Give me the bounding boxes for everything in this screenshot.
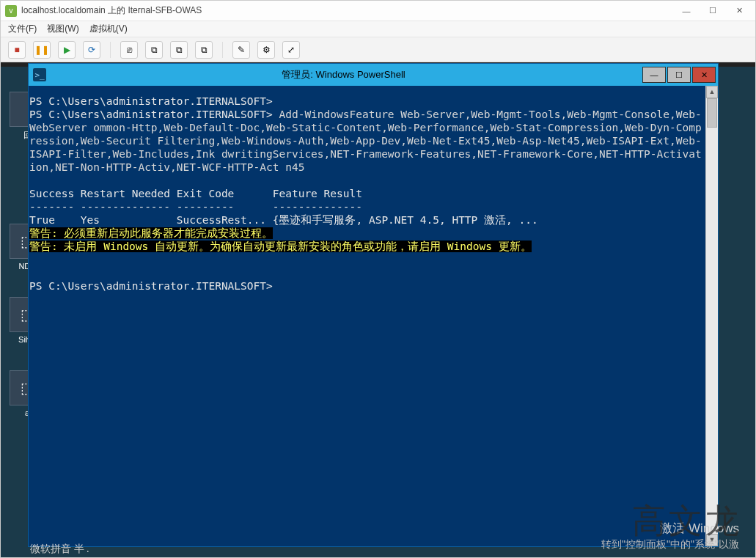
powershell-window: >_ 管理员: Windows PowerShell — ☐ ✕ PS C:\U… bbox=[29, 64, 718, 546]
vmware-window: v localhost.localdomain 上的 Iternal-SFB-O… bbox=[0, 0, 756, 558]
scroll-up-icon[interactable]: ▲ bbox=[706, 86, 718, 98]
ps-warning: 警告: 必须重新启动此服务器才能完成安装过程。 bbox=[29, 227, 273, 239]
ps-close-button[interactable]: ✕ bbox=[692, 67, 716, 83]
ps-maximize-button[interactable]: ☐ bbox=[667, 67, 691, 83]
ps-output-header: Success Restart Needed Exit Code Feature… bbox=[29, 188, 362, 199]
powershell-title: 管理员: Windows PowerShell bbox=[46, 68, 641, 81]
powershell-console[interactable]: PS C:\Users\administrator.ITERNALSOFT> P… bbox=[29, 86, 705, 546]
restart-icon[interactable]: ⟳ bbox=[83, 41, 100, 59]
ime-indicator: 微软拼音 半 . bbox=[30, 543, 89, 556]
close-button[interactable]: ✕ bbox=[726, 3, 752, 19]
snapshot-icon[interactable]: ⎚ bbox=[120, 41, 138, 59]
toolbar-separator bbox=[222, 42, 223, 58]
maximize-button[interactable]: ☐ bbox=[700, 3, 726, 19]
app-icon: v bbox=[5, 5, 17, 17]
ps-output-separator: ------- -------------- --------- -------… bbox=[29, 201, 362, 213]
ps-output-row: True Yes SuccessRest... {墨迹和手写服务, ASP.NE… bbox=[29, 214, 538, 226]
tool-icon-f[interactable]: ⤢ bbox=[282, 41, 300, 59]
ps-line: PS C:\Users\administrator.ITERNALSOFT> bbox=[29, 95, 273, 107]
play-icon[interactable]: ▶ bbox=[58, 41, 76, 59]
menu-file[interactable]: 文件(F) bbox=[8, 23, 37, 35]
ps-line: PS C:\Users\administrator.ITERNALSOFT> bbox=[29, 280, 273, 292]
powershell-titlebar[interactable]: >_ 管理员: Windows PowerShell — ☐ ✕ bbox=[29, 64, 718, 86]
menu-vm[interactable]: 虚拟机(V) bbox=[89, 23, 128, 35]
window-title: localhost.localdomain 上的 Iternal-SFB-OWA… bbox=[21, 4, 202, 17]
powershell-icon: >_ bbox=[33, 68, 46, 81]
tool-icon-a[interactable]: ⧉ bbox=[145, 41, 163, 59]
menubar: 文件(F) 视图(W) 虚拟机(V) bbox=[1, 21, 755, 37]
ps-line: PS C:\Users\administrator.ITERNALSOFT> bbox=[29, 109, 273, 120]
toolbar: ■ ❚❚ ▶ ⟳ ⎚ ⧉ ⧉ ⧉ ✎ ⚙ ⤢ bbox=[1, 37, 755, 62]
ps-warning: 警告: 未启用 Windows 自动更新。为确保自动更新最新安装的角色或功能，请… bbox=[29, 241, 532, 252]
stop-icon[interactable]: ■ bbox=[8, 41, 26, 59]
minimize-button[interactable]: — bbox=[673, 3, 700, 19]
scroll-down-icon[interactable]: ▼ bbox=[706, 534, 718, 546]
outer-titlebar: v localhost.localdomain 上的 Iternal-SFB-O… bbox=[1, 1, 755, 21]
tool-icon-e[interactable]: ⚙ bbox=[257, 41, 275, 59]
pause-icon[interactable]: ❚❚ bbox=[33, 41, 51, 59]
ps-minimize-button[interactable]: — bbox=[642, 67, 666, 83]
menu-view[interactable]: 视图(W) bbox=[47, 23, 78, 35]
tool-icon-c[interactable]: ⧉ bbox=[195, 41, 213, 59]
toolbar-separator bbox=[110, 42, 111, 58]
tool-icon-b[interactable]: ⧉ bbox=[170, 41, 188, 59]
tool-icon-d[interactable]: ✎ bbox=[232, 41, 250, 59]
guest-desktop: 回 ⬚ NDP ⬚ Silve ⬚ a >_ 管理员: Windows Powe… bbox=[1, 62, 755, 557]
scrollbar[interactable]: ▲ ▼ bbox=[705, 86, 718, 546]
scroll-thumb[interactable] bbox=[707, 98, 717, 128]
